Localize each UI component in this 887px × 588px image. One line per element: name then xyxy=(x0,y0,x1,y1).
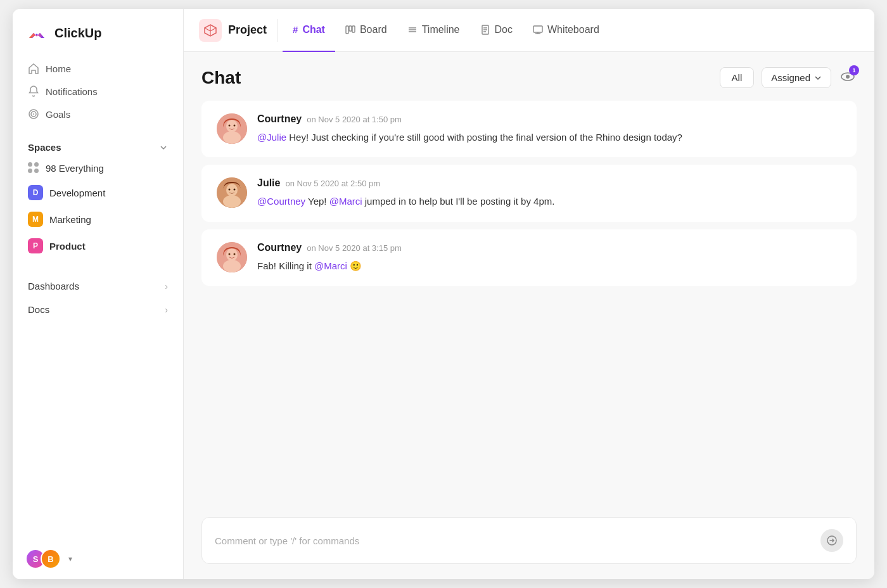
message-3-header: Courtney on Nov 5 2020 at 3:15 pm xyxy=(257,242,841,253)
chat-area: Chat All Assigned 1 xyxy=(184,52,874,579)
chat-header-right: All Assigned 1 xyxy=(720,67,857,88)
sidebar-item-home[interactable]: Home xyxy=(20,57,175,80)
comment-placeholder[interactable]: Comment or type '/' for commands xyxy=(215,535,359,546)
sidebar-bottom-section: Dashboards › Docs › xyxy=(13,269,183,326)
docs-arrow-icon: › xyxy=(165,305,168,315)
sidebar-footer: S B ▾ xyxy=(13,539,183,579)
message-2-header: Julie on Nov 5 2020 at 2:50 pm xyxy=(257,177,841,189)
tab-whiteboard[interactable]: Whiteboard xyxy=(523,9,609,52)
message-1-header: Courtney on Nov 5 2020 at 1:50 pm xyxy=(257,113,841,125)
svg-point-22 xyxy=(223,131,241,144)
project-tab[interactable]: Project xyxy=(196,19,278,42)
sidebar-item-notifications[interactable]: Notifications xyxy=(20,80,175,103)
filter-assigned-button[interactable]: Assigned xyxy=(762,67,831,88)
message-2: Julie on Nov 5 2020 at 2:50 pm @Courtney… xyxy=(201,165,857,221)
svg-point-26 xyxy=(226,184,238,196)
footer-chevron-icon: ▾ xyxy=(68,554,72,563)
spaces-chevron-icon xyxy=(159,143,168,152)
product-badge: P xyxy=(28,238,43,253)
message-3-mention: @Marci xyxy=(314,260,347,271)
comment-send-button[interactable] xyxy=(820,529,843,552)
message-1: Courtney on Nov 5 2020 at 1:50 pm @Julie… xyxy=(201,101,857,157)
watch-badge: 1 xyxy=(849,65,859,75)
spaces-section: Spaces 98 Everything D Development xyxy=(13,128,183,262)
avatar-julie xyxy=(217,177,247,208)
sidebar-item-docs[interactable]: Docs › xyxy=(20,298,175,321)
sidebar-item-development[interactable]: D Development xyxy=(20,179,175,206)
message-3-body: Fab! Killing it @Marci 🙂 xyxy=(257,259,841,273)
sidebar: ClickUp Home Notifications xyxy=(13,9,184,579)
avatar-stack: S B xyxy=(25,549,61,569)
doc-icon xyxy=(480,25,490,35)
sidebar-item-marketing[interactable]: M Marketing xyxy=(20,206,175,233)
tab-board[interactable]: Board xyxy=(335,9,397,52)
svg-rect-6 xyxy=(349,26,352,31)
sidebar-nav: Home Notifications Goals xyxy=(13,54,183,128)
avatar-courtney-face xyxy=(217,113,247,144)
watch-icon-container[interactable]: 1 xyxy=(839,68,857,88)
avatar-courtney-1 xyxy=(217,113,247,144)
avatar-courtney-face-2 xyxy=(217,242,247,272)
chat-hash-icon: # xyxy=(293,24,298,35)
home-icon xyxy=(28,63,39,74)
sidebar-item-dashboards[interactable]: Dashboards › xyxy=(20,274,175,298)
logo-text: ClickUp xyxy=(54,26,101,41)
message-2-mention2: @Marci xyxy=(329,196,362,207)
comment-input-box: Comment or type '/' for commands xyxy=(201,517,857,564)
sidebar-item-product[interactable]: P Product xyxy=(20,233,175,259)
logo-area: ClickUp xyxy=(13,9,183,54)
svg-point-27 xyxy=(223,195,241,208)
avatar-courtney-2 xyxy=(217,242,247,272)
svg-rect-7 xyxy=(352,26,355,32)
send-icon xyxy=(826,535,838,546)
goals-icon xyxy=(28,108,39,120)
timeline-icon xyxy=(407,25,418,35)
tab-doc[interactable]: Doc xyxy=(470,9,523,52)
sidebar-item-goals[interactable]: Goals xyxy=(20,103,175,125)
svg-point-31 xyxy=(226,248,238,261)
svg-point-33 xyxy=(229,253,231,255)
svg-rect-5 xyxy=(346,26,348,34)
message-1-content: Courtney on Nov 5 2020 at 1:50 pm @Julie… xyxy=(257,113,841,144)
avatar-user-b[interactable]: B xyxy=(41,549,61,569)
message-2-body: @Courtney Yep! @Marci jumped in to help … xyxy=(257,194,841,208)
svg-point-34 xyxy=(234,253,236,255)
svg-point-32 xyxy=(223,260,241,272)
whiteboard-icon xyxy=(533,25,543,35)
project-label: Project xyxy=(228,23,267,37)
message-2-time: on Nov 5 2020 at 2:50 pm xyxy=(285,179,380,188)
board-icon xyxy=(345,25,355,35)
svg-point-24 xyxy=(234,125,236,127)
sidebar-item-everything[interactable]: 98 Everything xyxy=(20,157,175,179)
message-3: Courtney on Nov 5 2020 at 3:15 pm Fab! K… xyxy=(201,229,857,286)
bell-icon xyxy=(28,86,39,97)
svg-point-4 xyxy=(33,113,34,115)
svg-point-28 xyxy=(229,189,231,191)
filter-all-button[interactable]: All xyxy=(720,67,755,88)
svg-point-29 xyxy=(234,189,236,191)
assigned-chevron-icon xyxy=(814,74,822,82)
tab-chat[interactable]: # Chat xyxy=(283,9,335,52)
message-3-time: on Nov 5 2020 at 3:15 pm xyxy=(307,243,402,253)
message-1-mention: @Julie xyxy=(257,132,286,143)
spaces-label: Spaces xyxy=(28,142,61,153)
spaces-header[interactable]: Spaces xyxy=(20,138,175,157)
message-3-content: Courtney on Nov 5 2020 at 3:15 pm Fab! K… xyxy=(257,242,841,273)
development-badge: D xyxy=(28,185,43,200)
message-1-author: Courtney xyxy=(257,113,302,125)
chat-header: Chat All Assigned 1 xyxy=(201,67,857,88)
message-2-author: Julie xyxy=(257,177,280,189)
dashboards-arrow-icon: › xyxy=(165,281,168,291)
message-2-content: Julie on Nov 5 2020 at 2:50 pm @Courtney… xyxy=(257,177,841,208)
chat-title: Chat xyxy=(201,68,241,88)
project-cube-icon xyxy=(203,23,217,37)
everything-icon xyxy=(28,162,39,174)
message-3-author: Courtney xyxy=(257,242,302,253)
marketing-badge: M xyxy=(28,212,43,227)
clickup-logo-icon xyxy=(25,22,48,44)
svg-point-23 xyxy=(229,125,231,127)
avatar-julie-face xyxy=(217,177,247,208)
tab-timeline[interactable]: Timeline xyxy=(397,9,470,52)
svg-point-21 xyxy=(226,120,238,132)
message-2-mention1: @Courtney xyxy=(257,196,305,207)
